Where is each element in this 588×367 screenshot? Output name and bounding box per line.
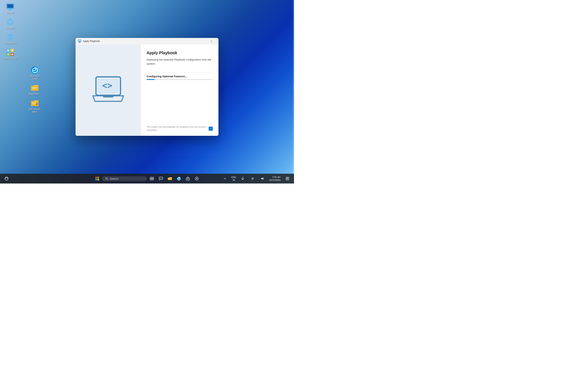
store-icon <box>186 176 190 181</box>
dialog-body: <> Apply Playbook Deploying the selected… <box>76 44 218 136</box>
win-square-top-left <box>95 177 97 178</box>
language-region: IN <box>231 179 236 182</box>
dialog-footer-text: The system will automatically be restart… <box>147 125 206 132</box>
svg-point-47 <box>160 178 161 179</box>
win-square-top-right <box>97 177 99 178</box>
edge-taskbar-button[interactable] <box>175 175 183 183</box>
system-tray-expand[interactable] <box>221 175 229 183</box>
taskbar-center: Search <box>93 175 201 183</box>
taskbar-search[interactable]: Search <box>102 176 147 181</box>
notification-center-button[interactable] <box>283 175 292 183</box>
language-name: ENG <box>231 176 236 179</box>
win-square-bottom-left <box>95 179 97 180</box>
edge-taskbar-icon <box>177 176 181 181</box>
svg-rect-46 <box>159 177 163 179</box>
language-text: ENG IN <box>231 176 236 182</box>
auto-restart-checkbox[interactable]: ✓ <box>209 127 213 131</box>
task-view-icon <box>150 177 154 180</box>
dialog-overlay: Apply Playbook × <> <box>0 0 294 174</box>
dialog-illustration-panel: <> <box>76 44 141 136</box>
clock-button[interactable]: 1:01 am 02/12/2023 <box>268 175 282 183</box>
notification-center-icon <box>286 177 289 180</box>
time-display: 1:01 am <box>269 175 281 179</box>
svg-point-55 <box>252 179 253 180</box>
chevron-up-icon <box>224 177 226 180</box>
taskbar-right: ENG IN <box>221 175 292 183</box>
svg-point-53 <box>196 178 198 179</box>
svg-rect-57 <box>286 178 288 178</box>
file-explorer-button[interactable] <box>166 175 174 183</box>
taskbar-left <box>2 175 11 183</box>
dialog-heading: Apply Playbook <box>147 50 213 55</box>
widgets-button[interactable] <box>2 175 11 183</box>
bell-icon <box>241 177 244 180</box>
chat-icon <box>159 176 163 181</box>
playbook-illustration: <> <box>90 72 127 108</box>
win-square-bottom-right <box>97 179 99 180</box>
dialog-close-button[interactable]: × <box>207 38 216 44</box>
svg-text:<>: <> <box>102 81 112 91</box>
search-icon <box>105 177 108 180</box>
store-button[interactable] <box>184 175 192 183</box>
progress-bar-fill <box>147 79 155 80</box>
svg-rect-38 <box>103 96 113 98</box>
volume-button[interactable] <box>258 175 267 183</box>
windows-logo <box>95 177 99 180</box>
task-view-button[interactable] <box>148 175 156 183</box>
notification-icon[interactable] <box>239 175 247 183</box>
svg-rect-58 <box>286 178 288 179</box>
svg-rect-45 <box>152 179 154 180</box>
dialog-footer: The system will automatically be restart… <box>147 123 213 132</box>
dialog-description: Deploying the selected Playbook configur… <box>147 58 213 66</box>
wifi-icon <box>251 177 254 180</box>
dialog-content-panel: Apply Playbook Deploying the selected Pl… <box>141 44 218 136</box>
desktop: This PC Network <box>0 0 294 184</box>
date-display: 02/12/2023 <box>269 179 281 182</box>
dialog-status-section: Configuring Optional Features... <box>147 72 213 80</box>
svg-rect-34 <box>79 42 80 43</box>
dialog-status-label: Configuring Optional Features... <box>147 75 213 78</box>
file-explorer-icon <box>168 177 172 180</box>
svg-line-32 <box>80 41 80 41</box>
dialog-titlebar: Apply Playbook × <box>76 38 218 44</box>
search-label: Search <box>110 177 118 180</box>
wifi-button[interactable] <box>249 175 257 183</box>
svg-rect-54 <box>197 177 197 178</box>
progress-bar-track <box>147 79 213 80</box>
svg-rect-42 <box>150 177 152 178</box>
start-button[interactable] <box>93 175 101 183</box>
svg-rect-43 <box>152 177 154 178</box>
apply-playbook-dialog: Apply Playbook × <> <box>76 38 218 136</box>
volume-icon <box>261 177 264 180</box>
media-icon <box>195 176 199 181</box>
dialog-title-icon <box>78 40 81 43</box>
svg-line-41 <box>107 179 108 180</box>
svg-rect-51 <box>187 179 189 179</box>
taskbar: Search <box>0 174 294 184</box>
media-button[interactable] <box>193 175 201 183</box>
chat-button[interactable] <box>157 175 165 183</box>
svg-rect-44 <box>150 179 152 180</box>
clock-display: 1:01 am 02/12/2023 <box>269 175 281 182</box>
svg-rect-33 <box>79 42 81 42</box>
dialog-title-text: Apply Playbook <box>83 40 205 43</box>
svg-rect-59 <box>286 179 288 179</box>
language-indicator[interactable]: ENG IN <box>231 175 237 183</box>
svg-point-48 <box>161 178 162 179</box>
